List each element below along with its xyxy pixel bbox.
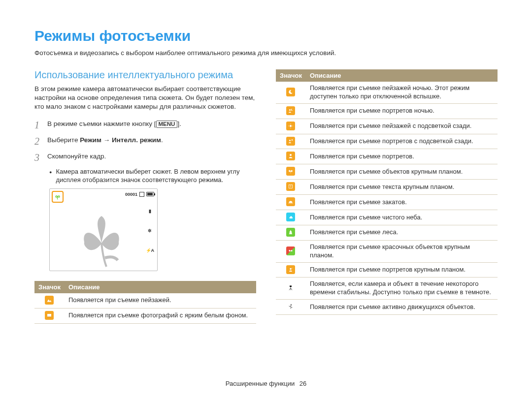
svg-point-10 xyxy=(290,154,292,156)
menu-button-label: MENU xyxy=(156,121,178,128)
svg-line-18 xyxy=(289,288,291,290)
mode-description: Появляется при съемке чистого неба. xyxy=(306,210,498,225)
step-number: 2 xyxy=(34,135,47,148)
table-row: Появляется при съемке красочных объектов… xyxy=(276,240,498,262)
mode-description: Появляется при съемке портретов ночью. xyxy=(306,103,498,119)
mode-description: Появляется при съемке портретов. xyxy=(306,149,498,164)
table-row: Появляется при съемке активно движущихся… xyxy=(276,300,498,315)
mode-description: Появляется при съемке пейзажей. xyxy=(65,293,256,308)
battery-icon xyxy=(146,192,154,196)
camera-preview: 00001 ▮ ✲ ⚡A xyxy=(49,188,158,271)
table-row: Появляется при съемке пейзажей с подсвет… xyxy=(276,119,498,134)
right-column: Значок Описание Появляется при съемке пе… xyxy=(276,69,498,324)
step-3-bullet: Камера автоматически выберет сюжет. В ле… xyxy=(56,167,256,185)
svg-point-8 xyxy=(289,140,291,141)
table-row: Появляется при съемке портретов крупным … xyxy=(276,262,498,278)
macro-text-mode-icon: T xyxy=(276,180,306,195)
steps-list: 1 В режиме съемки нажмите кнопку [MENU].… xyxy=(34,119,256,164)
left-icon-table: Значок Описание Появляется при съемке пе… xyxy=(34,281,256,324)
step-3-bullet-list: Камера автоматически выберет сюжет. В ле… xyxy=(49,167,256,185)
svg-rect-0 xyxy=(47,314,51,317)
mode-description: Появляется при съемке активно движущихся… xyxy=(306,300,498,315)
table-header-icon: Значок xyxy=(276,69,306,82)
mode-description: Появляется при съемке портретов с подсве… xyxy=(306,134,498,149)
svg-rect-16 xyxy=(290,286,292,287)
color-macro-mode-icon xyxy=(276,240,306,262)
landscape-mode-icon xyxy=(34,293,65,308)
mode-description: Появляется при съемке текста крупным пла… xyxy=(306,180,498,195)
mode-description: Появляется, если камера и объект в течен… xyxy=(306,278,498,300)
mode-description: Появляется при съемке пейзажей ночью. Эт… xyxy=(306,82,498,103)
flower-illustration xyxy=(65,209,138,268)
step-1-text: В режиме съемки нажмите кнопку [MENU]. xyxy=(47,119,181,132)
page-footer: Расширенные функции 26 xyxy=(0,380,532,387)
mode-description: Появляется при съемке объектов крупным п… xyxy=(306,164,498,180)
table-header-desc: Описание xyxy=(306,69,498,82)
svg-text:T: T xyxy=(290,185,292,188)
tripod-mode-icon xyxy=(276,278,306,300)
table-row: Появляется при съемке чистого неба. xyxy=(276,210,498,225)
svg-point-3 xyxy=(290,125,292,127)
footer-page-number: 26 xyxy=(299,380,306,387)
macro-portrait-mode-icon xyxy=(276,262,306,278)
table-row: TПоявляется при съемке текста крупным пл… xyxy=(276,180,498,195)
table-header-desc: Описание xyxy=(65,281,256,293)
section-heading: Использование интеллектуального режима xyxy=(34,69,256,81)
portrait-mode-icon xyxy=(276,149,306,164)
table-row: Появляется при съемке пейзажей. xyxy=(34,293,256,308)
table-header-icon: Значок xyxy=(34,281,65,293)
page-subtitle: Фотосъемка и видеозапись с выбором наибо… xyxy=(34,49,498,57)
macro-mode-icon xyxy=(52,191,64,203)
sunset-mode-icon xyxy=(276,195,306,210)
table-row: Появляется при съемке портретов. xyxy=(276,149,498,164)
preview-status-bar: 00001 xyxy=(125,192,154,197)
right-icon-table: Значок Описание Появляется при съемке пе… xyxy=(276,69,498,315)
sky-mode-icon xyxy=(276,210,306,225)
svg-point-14 xyxy=(290,268,292,270)
mode-description: Появляется при съемке красочных объектов… xyxy=(306,240,498,262)
shot-counter: 00001 xyxy=(125,192,137,197)
table-row: Появляется при съемке леса. xyxy=(276,225,498,240)
night-portrait-mode-icon xyxy=(276,103,306,119)
table-row: Появляется при съемке фотографий с ярким… xyxy=(34,308,256,323)
step-number: 3 xyxy=(34,151,47,164)
mode-description: Появляется при съемке закатов. xyxy=(306,195,498,210)
table-row: Появляется при съемке объектов крупным п… xyxy=(276,164,498,180)
sd-card-icon xyxy=(139,192,144,197)
flash-auto-icon: ⚡A xyxy=(146,248,155,253)
table-row: Появляется при съемке пейзажей ночью. Эт… xyxy=(276,82,498,103)
mode-description: Появляется при съемке леса. xyxy=(306,225,498,240)
svg-point-21 xyxy=(291,305,292,306)
backlight-portrait-mode-icon xyxy=(276,134,306,149)
table-row: Появляется при съемке портретов ночью. xyxy=(276,103,498,119)
stabilization-icon: ✲ xyxy=(148,228,152,233)
table-row: Появляется при съемке портретов с подсве… xyxy=(276,134,498,149)
svg-line-19 xyxy=(291,288,292,290)
left-column: Использование интеллектуального режима В… xyxy=(34,69,256,324)
mode-description: Появляется при съемке портретов крупным … xyxy=(306,262,498,278)
backlight-mode-icon xyxy=(276,119,306,134)
table-row: Появляется, если камера и объект в течен… xyxy=(276,278,498,300)
step-2-text: Выберите Режим → Интелл. режим. xyxy=(47,135,163,148)
action-mode-icon xyxy=(276,300,306,315)
forest-mode-icon xyxy=(276,225,306,240)
footer-section: Расширенные функции xyxy=(226,380,295,387)
intro-paragraph: В этом режиме камера автоматически выбир… xyxy=(34,85,256,112)
step-number: 1 xyxy=(34,119,47,132)
svg-point-2 xyxy=(289,109,291,111)
macro-mode-icon xyxy=(276,164,306,180)
table-row: Появляется при съемке закатов. xyxy=(276,195,498,210)
svg-point-9 xyxy=(292,139,293,141)
svg-point-15 xyxy=(292,268,293,268)
step-3-text: Скомпонуйте кадр. xyxy=(47,151,106,164)
page-title: Режимы фотосъемки xyxy=(34,28,498,44)
whitebg-mode-icon xyxy=(34,308,65,323)
mode-description: Появляется при съемке пейзажей с подсвет… xyxy=(306,119,498,134)
mode-description: Появляется при съемке фотографий с ярким… xyxy=(65,308,256,323)
resolution-icon: ▮ xyxy=(149,209,151,214)
night-mode-icon xyxy=(276,82,306,103)
